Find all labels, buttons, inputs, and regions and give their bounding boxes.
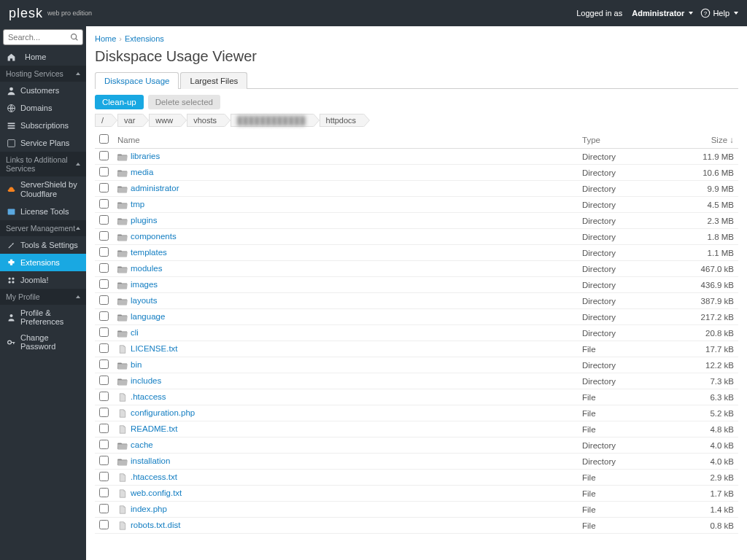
row-checkbox[interactable] xyxy=(99,311,109,321)
file-name-link[interactable]: .htaccess.txt xyxy=(131,472,177,481)
help-menu[interactable]: ? Help xyxy=(700,8,738,18)
row-checkbox[interactable] xyxy=(99,295,109,305)
row-checkbox[interactable] xyxy=(99,183,109,192)
table-row: cliDirectory20.8 kB xyxy=(95,325,738,341)
sidebar-item-tools[interactable]: Tools & Settings xyxy=(0,236,86,254)
sidebar-section-server[interactable]: Server Management xyxy=(0,220,86,236)
table-row: web.config.txtFile1.7 kB xyxy=(95,486,738,502)
file-name-link[interactable]: bin xyxy=(131,360,142,369)
file-name-link[interactable]: templates xyxy=(131,248,167,257)
svg-rect-6 xyxy=(7,127,15,128)
row-checkbox[interactable] xyxy=(99,343,109,353)
file-type: Directory xyxy=(578,229,673,245)
row-checkbox[interactable] xyxy=(99,456,109,465)
sidebar-item-licensetools[interactable]: License Tools xyxy=(0,203,86,220)
path-segment[interactable]: ████████████ xyxy=(231,114,314,127)
sidebar-item-subscriptions[interactable]: Subscriptions xyxy=(0,117,86,134)
row-checkbox[interactable] xyxy=(99,359,109,369)
path-segment[interactable]: httpdocs xyxy=(320,114,365,127)
breadcrumb-home[interactable]: Home xyxy=(95,34,116,43)
file-type: Directory xyxy=(578,245,673,261)
row-checkbox[interactable] xyxy=(99,408,109,417)
file-type: File xyxy=(578,341,673,357)
sidebar-item-profileprefs[interactable]: Profile & Preferences xyxy=(0,305,86,330)
row-checkbox[interactable] xyxy=(99,392,109,401)
file-name-link[interactable]: index.php xyxy=(131,505,167,513)
path-segment[interactable]: / xyxy=(95,114,112,127)
file-name-link[interactable]: tmp xyxy=(131,200,144,209)
svg-rect-7 xyxy=(7,139,15,147)
row-checkbox[interactable] xyxy=(99,440,109,449)
row-checkbox[interactable] xyxy=(99,199,109,209)
col-name[interactable]: Name xyxy=(113,131,578,149)
file-type: Directory xyxy=(578,454,673,470)
tab-largest-files[interactable]: Largest Files xyxy=(180,72,247,89)
sidebar: Home Hosting Services Customers Domains … xyxy=(0,26,86,560)
file-name-link[interactable]: robots.txt.dist xyxy=(131,521,180,529)
file-name-link[interactable]: language xyxy=(131,312,165,321)
search-input[interactable] xyxy=(3,29,83,45)
col-type[interactable]: Type xyxy=(578,131,673,149)
sidebar-item-joomla[interactable]: Joomla! xyxy=(0,271,86,289)
path-segment[interactable]: var xyxy=(117,114,143,127)
sidebar-section-links[interactable]: Links to Additional Services xyxy=(0,152,86,176)
file-name-link[interactable]: images xyxy=(131,280,158,289)
file-name-link[interactable]: configuration.php xyxy=(131,408,195,417)
file-type: Directory xyxy=(578,373,673,389)
folder-icon xyxy=(117,264,131,273)
row-checkbox[interactable] xyxy=(99,472,109,481)
file-name-link[interactable]: components xyxy=(131,232,177,241)
row-checkbox[interactable] xyxy=(99,520,109,529)
svg-text:?: ? xyxy=(704,10,708,17)
file-name-link[interactable]: web.config.txt xyxy=(131,489,182,497)
sidebar-section-profile[interactable]: My Profile xyxy=(0,289,86,305)
row-checkbox[interactable] xyxy=(99,247,109,257)
user-menu[interactable]: Administrator xyxy=(632,9,693,18)
file-name-link[interactable]: plugins xyxy=(131,216,157,225)
file-name-link[interactable]: layouts xyxy=(131,296,157,305)
file-name-link[interactable]: LICENSE.txt xyxy=(131,344,178,353)
sidebar-item-customers[interactable]: Customers xyxy=(0,82,86,99)
file-name-link[interactable]: cache xyxy=(131,440,153,449)
row-checkbox[interactable] xyxy=(99,327,109,337)
file-name-link[interactable]: .htaccess xyxy=(131,392,166,401)
table-row: index.phpFile1.4 kB xyxy=(95,502,738,518)
file-size: 7.3 kB xyxy=(673,373,738,389)
file-name-link[interactable]: modules xyxy=(131,264,162,273)
row-checkbox[interactable] xyxy=(99,167,109,176)
col-size[interactable]: Size ↓ xyxy=(673,131,738,149)
row-checkbox[interactable] xyxy=(99,263,109,273)
sidebar-item-serviceplans[interactable]: Service Plans xyxy=(0,134,86,152)
path-segment[interactable]: vhosts xyxy=(187,114,225,127)
folder-icon xyxy=(117,376,131,385)
file-name-link[interactable]: includes xyxy=(131,376,161,385)
delete-selected-button[interactable]: Delete selected xyxy=(148,95,220,109)
file-name-link[interactable]: libraries xyxy=(131,152,160,160)
row-checkbox[interactable] xyxy=(99,376,109,385)
file-name-link[interactable]: administrator xyxy=(131,184,179,192)
sidebar-section-hosting[interactable]: Hosting Services xyxy=(0,66,86,82)
file-type: File xyxy=(578,470,673,486)
file-name-link[interactable]: media xyxy=(131,168,153,176)
row-checkbox[interactable] xyxy=(99,424,109,433)
tab-diskspace-usage[interactable]: Diskspace Usage xyxy=(95,72,179,89)
sidebar-item-extensions[interactable]: Extensions xyxy=(0,254,86,271)
cleanup-button[interactable]: Clean-up xyxy=(95,95,144,109)
row-checkbox[interactable] xyxy=(99,504,109,513)
file-name-link[interactable]: installation xyxy=(131,456,170,465)
table-row: README.txtFile4.8 kB xyxy=(95,421,738,438)
file-name-link[interactable]: cli xyxy=(131,328,139,337)
sidebar-item-domains[interactable]: Domains xyxy=(0,99,86,117)
file-name-link[interactable]: README.txt xyxy=(131,424,178,433)
sidebar-item-home[interactable]: Home xyxy=(0,48,86,66)
row-checkbox[interactable] xyxy=(99,151,109,160)
select-all-checkbox[interactable] xyxy=(99,134,109,144)
breadcrumb-extensions[interactable]: Extensions xyxy=(125,34,164,43)
path-segment[interactable]: www xyxy=(149,114,181,127)
row-checkbox[interactable] xyxy=(99,215,109,225)
row-checkbox[interactable] xyxy=(99,231,109,241)
row-checkbox[interactable] xyxy=(99,279,109,289)
row-checkbox[interactable] xyxy=(99,488,109,497)
sidebar-item-servershield[interactable]: ServerShield by Cloudflare xyxy=(0,176,86,203)
sidebar-item-changepwd[interactable]: Change Password xyxy=(0,330,86,354)
